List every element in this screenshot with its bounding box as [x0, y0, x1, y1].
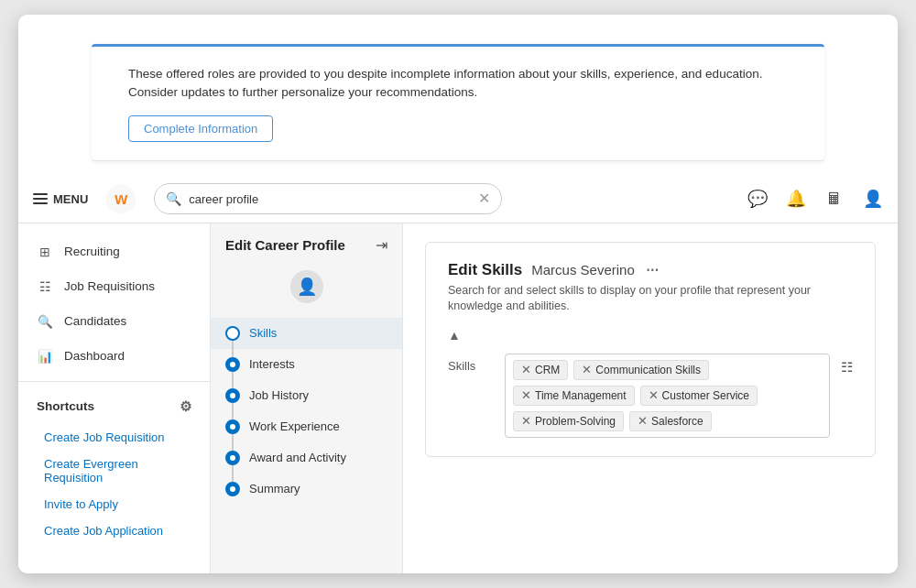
edit-panel-desc: Search for and select skills to display …	[448, 283, 853, 315]
search-icon: 🔍	[166, 191, 181, 206]
profile-icon-row: 👤	[211, 263, 402, 314]
step-dot-award-activity	[225, 451, 240, 465]
skill-text-salesforce: Salesforce	[651, 415, 703, 428]
skill-text-communication: Communication Skills	[595, 364, 701, 376]
step-label-job-history: Job History	[249, 388, 309, 402]
edit-panel-author: Marcus Severino	[531, 262, 635, 278]
bell-icon[interactable]: 🔔	[786, 189, 806, 209]
sidebar-label-candidates: Candidates	[64, 314, 126, 328]
skill-text-customer: Customer Service	[662, 389, 749, 402]
step-label-award-activity: Award and Activity	[249, 451, 346, 464]
step-label-work-experience: Work Experience	[249, 419, 340, 433]
step-job-history[interactable]: Job History	[211, 380, 402, 411]
skill-remove-customer[interactable]: ✕	[649, 389, 659, 401]
menu-label: MENU	[53, 192, 88, 206]
sidebar-item-candidates[interactable]: 🔍 Candidates	[18, 304, 210, 339]
skill-text-crm: CRM	[535, 364, 560, 376]
step-label-skills: Skills	[249, 326, 277, 340]
center-panel-expand-icon[interactable]: ⇥	[376, 236, 387, 254]
skills-list-icon[interactable]: ☷	[841, 354, 853, 376]
skill-remove-problem[interactable]: ✕	[521, 415, 531, 427]
search-input[interactable]	[189, 192, 471, 206]
step-dot-interests	[225, 357, 240, 372]
workday-logo: w	[106, 184, 136, 213]
shortcuts-gear-icon[interactable]: ⚙	[180, 398, 191, 415]
chart-icon: 📊	[37, 348, 53, 365]
sidebar-item-job-requisitions[interactable]: ☷ Job Requisitions	[18, 269, 210, 304]
hamburger-icon	[33, 193, 48, 204]
shortcut-create-evergreen-requisition[interactable]: Create Evergreen Requisition	[18, 451, 210, 491]
nav-steps: Skills Interests Job History	[211, 314, 402, 574]
menu-button[interactable]: MENU	[33, 192, 88, 206]
sidebar-item-dashboard[interactable]: 📊 Dashboard	[18, 339, 210, 374]
shortcut-create-job-application[interactable]: Create Job Application	[18, 517, 210, 544]
more-options-icon[interactable]: ⋯	[646, 263, 659, 278]
search-clear-icon[interactable]: ✕	[478, 191, 490, 206]
shortcuts-header: Shortcuts ⚙	[18, 389, 210, 424]
sidebar-divider	[18, 381, 210, 382]
sidebar-label-recruiting: Recruiting	[64, 245, 120, 258]
step-dot-job-history	[225, 388, 240, 403]
top-nav: MENU w 🔍 ✕ 💬 🔔 🖩 👤	[18, 176, 898, 223]
profile-avatar: 👤	[290, 270, 323, 303]
user-icon[interactable]: 👤	[863, 189, 883, 209]
shortcuts-label: Shortcuts	[37, 399, 94, 413]
step-dot-summary	[225, 482, 240, 496]
skill-remove-communication[interactable]: ✕	[582, 364, 592, 376]
skill-remove-time[interactable]: ✕	[521, 389, 531, 401]
step-label-interests: Interests	[249, 357, 295, 371]
notification-banner: These offered roles are provided to you …	[92, 44, 824, 161]
search-bar: 🔍 ✕	[154, 183, 502, 214]
shortcut-create-job-requisition[interactable]: Create Job Requisition	[18, 424, 210, 451]
step-skills[interactable]: Skills	[211, 318, 402, 349]
skill-tag-customer-service: ✕ Customer Service	[640, 386, 758, 406]
step-dot-skills	[225, 326, 240, 341]
edit-panel: Edit Skills Marcus Severino ⋯ Search for…	[403, 223, 898, 574]
skills-input-area[interactable]: ✕ CRM ✕ Communication Skills ✕ Time Mana…	[505, 354, 830, 438]
sidebar: ⊞ Recruiting ☷ Job Requisitions 🔍 Candid…	[18, 223, 211, 574]
main-content: ⊞ Recruiting ☷ Job Requisitions 🔍 Candid…	[18, 223, 898, 574]
notification-text: These offered roles are provided to you …	[128, 65, 788, 103]
chat-icon[interactable]: 💬	[747, 189, 768, 209]
edit-panel-card: Edit Skills Marcus Severino ⋯ Search for…	[425, 242, 876, 457]
skill-remove-salesforce[interactable]: ✕	[638, 415, 648, 427]
collapse-icon[interactable]: ▲	[448, 328, 853, 343]
step-dot-work-experience	[225, 419, 240, 434]
skills-row: Skills ✕ CRM ✕ Communication Skills	[448, 354, 853, 438]
skills-label: Skills	[448, 354, 494, 373]
skill-tag-problem-solving: ✕ Problem-Solving	[513, 411, 624, 431]
shortcut-invite-to-apply[interactable]: Invite to Apply	[18, 491, 210, 517]
skill-remove-crm[interactable]: ✕	[521, 364, 531, 376]
edit-panel-title-text: Edit Skills	[448, 261, 522, 279]
step-work-experience[interactable]: Work Experience	[211, 411, 402, 442]
step-award-activity[interactable]: Award and Activity	[211, 442, 402, 474]
step-interests[interactable]: Interests	[211, 349, 402, 380]
sidebar-label-job-requisitions: Job Requisitions	[64, 279, 155, 293]
workday-logo-w: w	[114, 190, 127, 209]
center-panel: Edit Career Profile ⇥ 👤 Skills Inter	[211, 223, 403, 574]
skill-text-time: Time Management	[535, 389, 627, 402]
sidebar-item-recruiting[interactable]: ⊞ Recruiting	[18, 234, 210, 269]
skill-tag-communication: ✕ Communication Skills	[573, 360, 709, 380]
step-summary[interactable]: Summary	[211, 474, 402, 505]
complete-information-button[interactable]: Complete Information	[128, 115, 273, 142]
step-label-summary: Summary	[249, 482, 300, 495]
sidebar-label-dashboard: Dashboard	[64, 349, 125, 363]
nav-icons: 💬 🔔 🖩 👤	[747, 189, 883, 209]
table-icon: ☷	[37, 278, 53, 295]
center-panel-header: Edit Career Profile ⇥	[211, 223, 402, 263]
inbox-icon[interactable]: 🖩	[824, 189, 845, 209]
center-panel-title: Edit Career Profile	[225, 237, 345, 253]
edit-panel-title-row: Edit Skills Marcus Severino ⋯	[448, 261, 853, 279]
grid-icon: ⊞	[37, 244, 53, 260]
candidates-icon: 🔍	[37, 313, 53, 330]
skill-tag-time-management: ✕ Time Management	[513, 386, 635, 406]
skill-text-problem: Problem-Solving	[535, 415, 616, 428]
skill-tag-crm: ✕ CRM	[513, 360, 568, 380]
skill-tag-salesforce: ✕ Salesforce	[629, 411, 712, 431]
